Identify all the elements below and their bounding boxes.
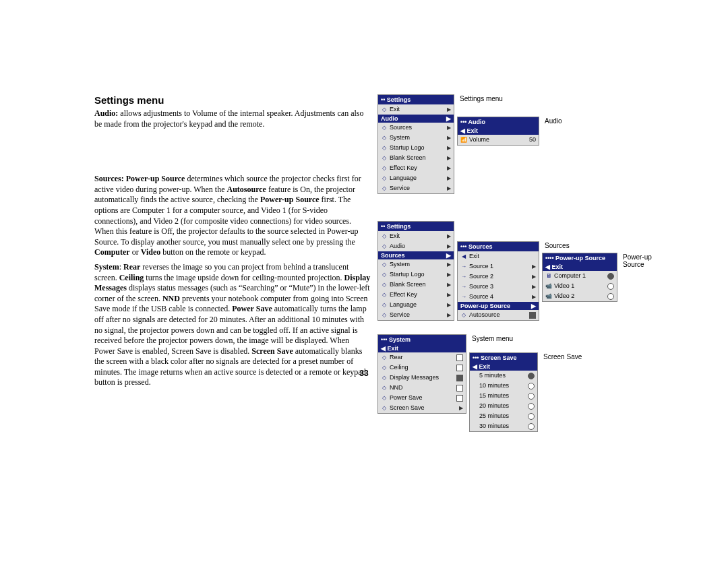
menu-row: ◇Rear (378, 352, 466, 363)
menu-row: ◇NND (378, 383, 466, 393)
menu-row: Audio▶ (378, 115, 454, 123)
menu-row: ◇Exit▶ (378, 231, 454, 241)
screenshots-column: •• Settings ◇Exit▶Audio▶◇Sources▶◇System… (377, 94, 667, 432)
caption-sources: Sources (545, 242, 570, 249)
menu-row: ◇Power Save (378, 393, 466, 403)
menu-row: ◇Exit▶ (378, 104, 454, 115)
menu-row: ◇Blank Screen▶ (378, 280, 454, 290)
menu-row: ◇Effect Key▶ (378, 290, 454, 300)
panel-settings: •• Settings ◇Exit▶Audio▶◇Sources▶◇System… (377, 94, 454, 194)
panel-title: ••• Sources (458, 242, 539, 251)
menu-row: 30 minutes (470, 421, 537, 431)
panel-powerup: •••• Power-up Source ◀ Exit 🖥Computer 1📹… (542, 253, 617, 302)
menu-row: ◇Startup Logo▶ (378, 143, 454, 153)
caption-settings: Settings menu (460, 95, 503, 102)
heading-settings: Settings menu (94, 94, 371, 106)
menu-row: 10 minutes (470, 381, 537, 391)
menu-row: →Source 2▶ (458, 272, 539, 282)
menu-row: ◇Effect Key▶ (378, 163, 454, 173)
menu-row: ◇Language▶ (378, 173, 454, 183)
caption-audio: Audio (545, 117, 562, 125)
menu-row: 20 minutes (470, 401, 537, 411)
panel-title: •••• Power-up Source (543, 253, 617, 263)
menu-row: →Source 1▶ (458, 261, 539, 272)
panel-title: ••• Audio (458, 117, 539, 127)
menu-row: ◇Audio▶ (378, 241, 454, 251)
panel-screensave: ••• Screen Save ◀ Exit 5 minutes10 minut… (469, 352, 538, 432)
menu-row: 📶 Volume 50 (458, 135, 539, 145)
menu-exit: ◀ Exit (378, 344, 466, 352)
panel-settings-2: •• Settings ◇Exit▶◇Audio▶Sources▶◇System… (377, 221, 454, 321)
para-sources: Sources: Power-up Source determines whic… (94, 174, 371, 258)
menu-row: 📹Video 1 (543, 281, 617, 291)
menu-row: Power-up Source▶ (458, 302, 539, 310)
panel-title: •• Settings (378, 222, 454, 231)
menu-row: ◇Service▶ (378, 310, 454, 320)
menu-row: 📹Video 2 (543, 291, 617, 301)
panel-title: ••• System (378, 335, 466, 344)
volume-icon: 📶 (460, 135, 467, 144)
caption-system: System menu (472, 335, 513, 342)
menu-exit: ◀ Exit (458, 127, 539, 135)
caption-screensave: Screen Save (543, 353, 582, 361)
panel-title: •• Settings (378, 95, 454, 104)
menu-row: ◇Service▶ (378, 183, 454, 193)
text-column: Settings menu Audio: allows adjustments … (94, 94, 371, 392)
menu-row: →Source 3▶ (458, 282, 539, 292)
menu-row: ◇Autosource (458, 310, 539, 320)
menu-row: Sources▶ (378, 251, 454, 259)
para-audio: Audio: allows adjustments to Volume of t… (94, 108, 371, 129)
menu-row: 🖥Computer 1 (543, 271, 617, 281)
panel-title: ••• Screen Save (470, 353, 537, 363)
menu-row: 25 minutes (470, 411, 537, 421)
menu-row: ◇System▶ (378, 259, 454, 270)
menu-row: 15 minutes (470, 391, 537, 401)
menu-row: ◇System▶ (378, 133, 454, 143)
menu-row: ◇Blank Screen▶ (378, 153, 454, 163)
menu-row: ◀Exit (458, 251, 539, 261)
page-number: 33 (0, 369, 728, 378)
panel-sources: ••• Sources ◀Exit→Source 1▶→Source 2▶→So… (457, 241, 539, 321)
menu-row: ◇Sources▶ (378, 123, 454, 133)
panel-audio: ••• Audio ◀ Exit 📶 Volume 50 (457, 117, 539, 146)
menu-row: ◇Language▶ (378, 300, 454, 310)
menu-exit: ◀ Exit (543, 263, 617, 271)
menu-row: ◇Startup Logo▶ (378, 270, 454, 280)
menu-row: ◇Screen Save▶ (378, 403, 466, 413)
caption-powerup: Power-up Source (623, 253, 657, 268)
menu-row: →Source 4▶ (458, 292, 539, 302)
